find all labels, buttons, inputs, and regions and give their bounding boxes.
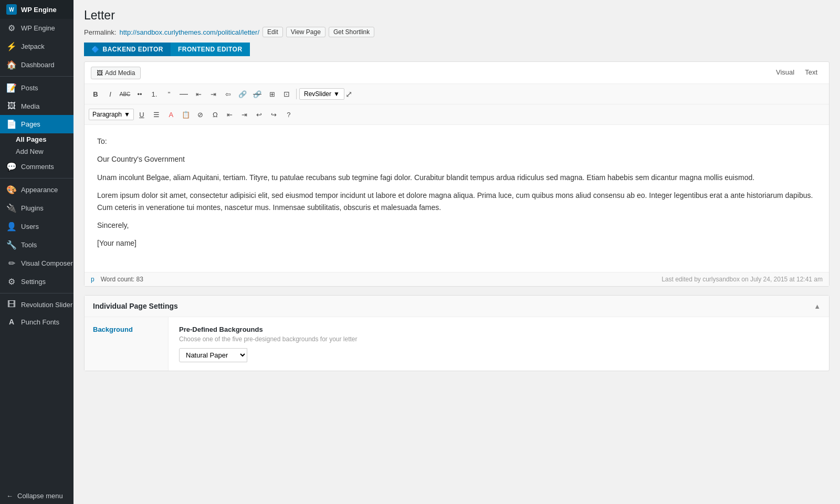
toolbar-buttons-row2: Paragraph ▼ U ☰ A 📋 ⊘ Ω ⇤ ⇥ ↩ ↪ ? (89, 108, 296, 121)
sidebar-item-label: Plugins (21, 204, 44, 212)
align-center-button[interactable]: ⇥ (206, 87, 220, 101)
revslider-dropdown[interactable]: RevSlider ▼ (299, 88, 344, 100)
revslider-arrow: ▼ (333, 90, 340, 98)
unordered-list-button[interactable]: •• (133, 87, 146, 101)
background-select[interactable]: Natural Paper White Gray Dark Custom (179, 348, 247, 362)
background-field-label: Pre-Defined Backgrounds (179, 326, 818, 333)
page-editor: Letter Permalink: http://sandbox.curlyth… (74, 0, 840, 504)
collapse-menu[interactable]: ← Collapse menu (0, 488, 74, 504)
sidebar-item-pages[interactable]: 📄 Pages (0, 115, 74, 133)
toolbar-row2: Paragraph ▼ U ☰ A 📋 ⊘ Ω ⇤ ⇥ ↩ ↪ ? (85, 104, 829, 125)
background-field-desc: Choose one of the five pre-designed back… (179, 335, 818, 343)
undo-button[interactable]: ↩ (253, 108, 266, 121)
sidebar-item-appearance[interactable]: 🎨 Appearance (0, 181, 74, 199)
visual-text-tabs: Visual Text (771, 66, 823, 79)
sidebar-item-label: Punch Fonts (21, 318, 59, 326)
bold-button[interactable]: B (89, 87, 102, 101)
sidebar-sub-add-new[interactable]: Add New (0, 145, 74, 158)
get-shortlink-button[interactable]: Get Shortlink (329, 27, 374, 37)
italic-button[interactable]: I (103, 87, 117, 101)
sidebar-item-label: Users (21, 223, 39, 230)
strikethrough-button[interactable]: ABC (118, 87, 132, 101)
sidebar-item-plugins[interactable]: 🔌 Plugins (0, 199, 74, 217)
settings-collapse-icon[interactable]: ▲ (814, 302, 821, 310)
sidebar-item-users[interactable]: 👤 Users (0, 217, 74, 236)
omega-button[interactable]: Ω (208, 108, 222, 121)
clear-format-button[interactable]: ⊘ (194, 108, 207, 121)
indent-button[interactable]: ⇥ (238, 108, 251, 121)
tab-visual[interactable]: Visual (771, 66, 800, 79)
jetpack-icon: ⚡ (6, 41, 17, 51)
wp-engine-icon: ⚙ (6, 23, 17, 33)
outdent-button[interactable]: ⇤ (223, 108, 237, 121)
sidebar-item-posts[interactable]: 📝 Posts (0, 79, 74, 97)
sidebar-item-label: WP Engine (21, 24, 55, 32)
sidebar-item-settings[interactable]: ⚙ Settings (0, 272, 74, 291)
sidebar-item-punch-fonts[interactable]: A Punch Fonts (0, 313, 74, 330)
sidebar-item-label: Visual Composer (21, 259, 73, 267)
settings-body: Background Pre-Defined Backgrounds Choos… (85, 317, 829, 371)
paragraph-arrow: ▼ (124, 111, 130, 118)
appearance-icon: 🎨 (6, 185, 17, 195)
redo-button[interactable]: ↪ (267, 108, 281, 121)
blockquote-button[interactable]: " (162, 87, 176, 101)
toolbar-row1: B I ABC •• 1. " — ⇤ ⇥ ⇦ 🔗 🔗 ⊞ ⊡ Re (85, 84, 829, 104)
add-media-button[interactable]: 🖼 Add Media (91, 67, 141, 79)
sidebar-logo-label: WP Engine (21, 6, 57, 14)
letter-name: [Your name] (97, 237, 816, 249)
sidebar-item-revolution-slider[interactable]: 🎞 Revolution Slider (0, 296, 74, 313)
sidebar-item-visual-composer[interactable]: ✏ Visual Composer (0, 254, 74, 272)
ordered-list-button[interactable]: 1. (148, 87, 161, 101)
justify-button[interactable]: ☰ (150, 108, 163, 121)
help-button[interactable]: ? (282, 108, 296, 121)
html-path: p (91, 276, 94, 283)
backend-editor-tab[interactable]: 🔷 BACKEND EDITOR (84, 43, 171, 56)
edit-permalink-button[interactable]: Edit (262, 27, 283, 37)
permalink-label: Permalink: (84, 28, 116, 36)
tab-text[interactable]: Text (800, 66, 823, 79)
settings-tab-background[interactable]: Background (85, 321, 168, 338)
letter-recipient: Our Country's Government (97, 153, 816, 165)
sidebar-item-label: Posts (21, 84, 38, 92)
add-media-icon: 🖼 (97, 69, 103, 77)
expand-editor-button[interactable]: ⤢ (345, 87, 352, 101)
remove-link-button[interactable]: 🔗 (250, 87, 264, 101)
word-count: Word count: 83 (101, 276, 143, 283)
collapse-icon: ← (6, 492, 13, 500)
sidebar-item-label: Media (21, 102, 39, 110)
sidebar-item-jetpack[interactable]: ⚡ Jetpack (0, 37, 74, 56)
view-page-button[interactable]: View Page (286, 27, 326, 37)
table-button[interactable]: ⊞ (265, 87, 279, 101)
letter-closing: Sincerely, (97, 219, 816, 231)
underline-button[interactable]: U (135, 108, 149, 121)
editor-footer: p Word count: 83 Last edited by curlysan… (85, 272, 829, 286)
settings-title: Individual Page Settings (93, 302, 178, 310)
special-chars-button[interactable]: ⊡ (280, 87, 293, 101)
sidebar-sub-all-pages[interactable]: All Pages (0, 133, 74, 145)
text-color-button[interactable]: A (164, 108, 178, 121)
sidebar-item-dashboard[interactable]: 🏠 Dashboard (0, 56, 74, 74)
permalink-bar: Permalink: http://sandbox.curlythemes.co… (84, 27, 830, 37)
settings-content-background: Pre-Defined Backgrounds Choose one of th… (169, 317, 829, 371)
insert-link-button[interactable]: 🔗 (236, 87, 249, 101)
pages-icon: 📄 (6, 119, 17, 129)
sidebar-item-label: Pages (21, 120, 40, 128)
frontend-editor-tab[interactable]: FRONTEND EDITOR (171, 43, 250, 56)
hr-button[interactable]: — (177, 87, 191, 101)
paste-button[interactable]: 📋 (179, 108, 193, 121)
sidebar-item-wp-engine[interactable]: ⚙ WP Engine (0, 19, 74, 37)
sidebar-item-tools[interactable]: 🔧 Tools (0, 236, 74, 254)
editor-header: 🖼 Add Media Visual Text (85, 62, 829, 84)
page-title: Letter (84, 8, 830, 23)
sidebar-item-media[interactable]: 🖼 Media (0, 97, 74, 115)
sidebar-logo[interactable]: W WP Engine (0, 0, 74, 19)
editor-content-area[interactable]: To: Our Country's Government Unam incolu… (85, 125, 829, 272)
paragraph-dropdown[interactable]: Paragraph ▼ (89, 109, 134, 120)
align-right-button[interactable]: ⇦ (221, 87, 235, 101)
letter-para1: Unam incolunt Belgae, aliam Aquitani, te… (97, 172, 816, 183)
sidebar-item-comments[interactable]: 💬 Comments (0, 158, 74, 176)
align-left-button[interactable]: ⇤ (192, 87, 205, 101)
wp-logo-small: 🔷 (91, 46, 100, 53)
permalink-url[interactable]: http://sandbox.curlythemes.com/political… (119, 28, 259, 36)
posts-icon: 📝 (6, 83, 17, 93)
